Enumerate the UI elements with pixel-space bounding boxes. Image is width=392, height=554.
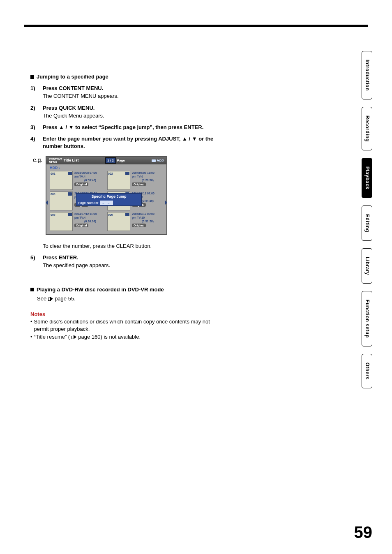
title-list-label: Title List — [64, 158, 79, 163]
card-index: 003 — [51, 192, 55, 196]
quality-icon — [68, 172, 72, 175]
step-body: The specified page appears. — [43, 262, 224, 269]
card-meta: 2004/07/12 11:00 pm TV:4 (0:30:08) Origi… — [73, 212, 97, 231]
hdd-label: HDD — [152, 158, 164, 163]
bullet-icon: • — [30, 333, 32, 341]
content-menu-logo: CONTENT MENU — [49, 158, 62, 164]
card-channel: pm TV:4 — [74, 216, 97, 219]
card-channel: am TV:4 — [74, 175, 97, 178]
eg-label: e.g. — [33, 156, 42, 164]
card-duration: (0:51:28) — [132, 219, 154, 223]
shot-header: CONTENT MENU Title List 1 / 2 Page HDD — [46, 157, 166, 164]
section-heading-jump: Jumping to a specified page — [30, 73, 224, 81]
step-number: 1) — [30, 85, 35, 92]
step-5: 5) Press ENTER. The specified page appea… — [30, 254, 224, 269]
quality-icon — [125, 213, 129, 216]
card-duration: (0:29:50) — [132, 178, 154, 182]
page-ref-icon — [71, 335, 76, 339]
example-row: e.g. CONTENT MENU Title List 1 / 2 Page … — [30, 156, 224, 235]
hdd-text: HDD — [157, 159, 164, 162]
tab-library[interactable]: Library — [362, 248, 372, 284]
title-card: 002 2004/06/08 11:00 pm TV:6 (0:29:50) O… — [107, 171, 163, 190]
card-meta: 2004/06/08 07:00 am TV:4 (0:53:45) Origi… — [73, 171, 97, 190]
card-date: 2004/07/11 07:00 — [132, 192, 154, 195]
tab-recording[interactable]: Recording — [362, 107, 372, 150]
see-page-line: See page 55. — [30, 295, 224, 302]
notes-prefix: “Title resume” ( — [34, 333, 70, 341]
card-index: 006 — [108, 213, 113, 217]
original-badge: Original — [74, 182, 88, 186]
card-duration: (0:30:08) — [74, 219, 97, 223]
tab-function-setup[interactable]: Function setup — [362, 291, 372, 346]
original-badge: Original — [132, 224, 146, 227]
bullet-square-icon — [30, 288, 34, 291]
card-date: 2004/06/08 11:00 — [132, 171, 154, 175]
card-index: 002 — [108, 172, 113, 176]
step-number: 3) — [30, 124, 35, 131]
step-body: The Quick Menu appears. — [43, 112, 224, 120]
hdd-icon — [152, 159, 156, 162]
section-tabs: Introduction Recording Playback Editing … — [362, 51, 372, 388]
card-meta: 2004/07/11 07:00 am TV:8 (0:54:30) Origi… — [130, 192, 154, 210]
logo-bottom: MENU — [49, 161, 57, 164]
original-badge: Original — [74, 203, 88, 207]
original-badge: Original — [132, 182, 146, 186]
card-index: 005 — [51, 213, 55, 217]
section-dvd-rw: Playing a DVD-RW disc recorded in DVD-VR… — [30, 286, 224, 302]
card-channel: pm TV:4 — [74, 195, 97, 199]
card-meta: 2004/06/08 11:00 pm TV:6 (0:29:50) Origi… — [130, 171, 154, 190]
card-meta: 2004/07/09 07:00 pm TV:4 (0:19:50) Origi… — [73, 192, 97, 210]
tab-playback[interactable]: Playback — [362, 158, 372, 198]
step-4: 4) Enter the page number you want by pre… — [30, 135, 224, 150]
step-body: The CONTENT MENU appears. — [43, 92, 224, 100]
clear-instruction: To clear the number, press the CLEAR but… — [30, 242, 224, 250]
step-title: Press QUICK MENU. — [43, 104, 224, 112]
shot-subheader: HDD : — [46, 164, 166, 171]
section-title: Playing a DVD-RW disc recorded in DVD-VR… — [37, 286, 164, 293]
title-card: 005 2004/07/12 11:00 pm TV:4 (0:30:08) O… — [50, 212, 106, 231]
step-number: 2) — [30, 104, 35, 112]
notes-suffix: ) is not available. — [100, 333, 141, 341]
main-content: Jumping to a specified page 1) Press CON… — [30, 71, 224, 341]
title-card: 003 2004/07/09 07:00 pm TV:4 (0:19:50) O… — [50, 192, 106, 210]
step-number: 5) — [30, 254, 35, 261]
card-meta: 2004/07/12 09:00 pm TV:10 (0:51:28) Orig… — [130, 212, 154, 231]
title-cards-grid: Specific Page Jump Page Number – – 001 2… — [46, 171, 166, 234]
card-index: 004 — [108, 192, 113, 196]
page-ref-icon — [48, 297, 53, 301]
notes-item: • Some disc’s conditions or discs which … — [30, 318, 224, 333]
quality-icon — [68, 213, 72, 216]
card-index: 001 — [51, 172, 55, 176]
thumbnail: 002 — [107, 171, 130, 190]
card-channel: pm TV:6 — [132, 175, 154, 178]
see-suffix: page 55. — [55, 295, 76, 302]
thumbnail: 001 — [50, 171, 73, 190]
step-title: Press ENTER. — [43, 254, 224, 261]
card-duration: (0:19:50) — [74, 199, 97, 203]
thumbnail: 004 — [107, 192, 130, 210]
tab-editing[interactable]: Editing — [362, 205, 372, 241]
content-menu-screenshot: CONTENT MENU Title List 1 / 2 Page HDD H… — [46, 156, 167, 235]
step-title: Press ▲ / ▼ to select “Specific page jum… — [43, 124, 224, 131]
bullet-square-icon — [30, 75, 34, 79]
logo-top: CONTENT — [49, 158, 62, 161]
tab-introduction[interactable]: Introduction — [362, 51, 372, 99]
notes-text: “Title resume” ( page 160 ) is not avail… — [34, 333, 141, 341]
thumbnail: 003 — [50, 192, 73, 210]
tab-others[interactable]: Others — [362, 354, 372, 388]
card-date: 2004/07/12 09:00 — [132, 212, 154, 216]
step-3: 3) Press ▲ / ▼ to select “Specific page … — [30, 124, 224, 131]
section-title: Jumping to a specified page — [37, 73, 108, 81]
step-1: 1) Press CONTENT MENU. The CONTENT MENU … — [30, 85, 224, 100]
step-2: 2) Press QUICK MENU. The Quick Menu appe… — [30, 104, 224, 120]
title-card: 001 2004/06/08 07:00 am TV:4 (0:53:45) O… — [50, 171, 106, 190]
step-number: 4) — [30, 135, 35, 143]
notes-item: • “Title resume” ( page 160 ) is not ava… — [30, 333, 224, 341]
card-channel: am TV:8 — [132, 195, 154, 199]
section-heading-dvdrw: Playing a DVD-RW disc recorded in DVD-VR… — [30, 286, 224, 293]
card-date: 2004/07/12 11:00 — [74, 212, 97, 216]
card-duration: (0:54:30) — [132, 199, 154, 203]
page-word: Page — [117, 158, 125, 163]
page-left-icon — [46, 200, 48, 205]
notes-text: Some disc’s conditions or discs which co… — [34, 318, 224, 333]
